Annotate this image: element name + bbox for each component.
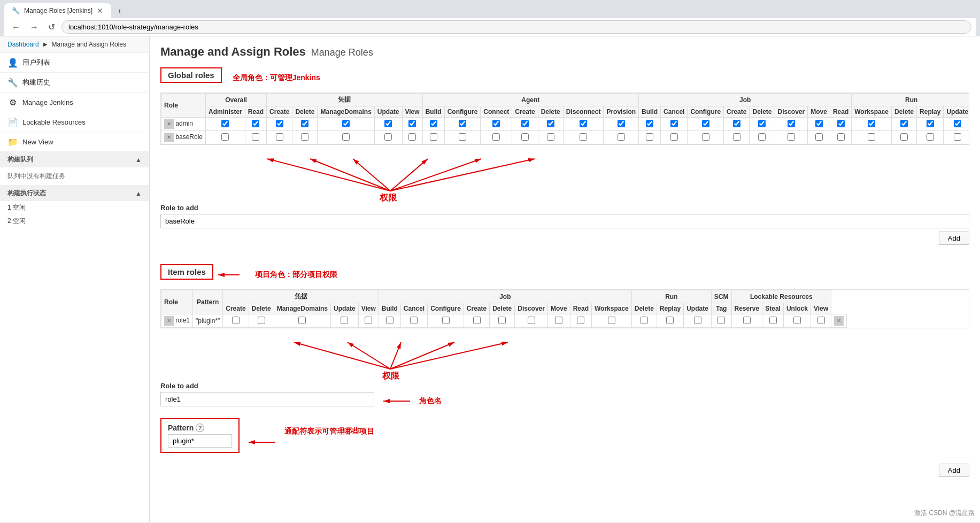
cb-admin-provision-agent[interactable] xyxy=(618,120,625,127)
remove-admin-icon[interactable]: ✕ xyxy=(164,119,174,129)
cb-role1-reserve[interactable] xyxy=(743,317,751,324)
cb-role1-create-cred[interactable] xyxy=(232,317,240,324)
pattern-help-icon[interactable]: ? xyxy=(196,424,204,432)
remove-role1-right-icon[interactable]: ✕ xyxy=(834,316,844,326)
refresh-button[interactable]: ↺ xyxy=(45,21,58,33)
cb-admin-connect-agent[interactable] xyxy=(492,120,500,127)
cb-role1-tag-scm[interactable] xyxy=(717,317,725,324)
cb-role1-unlock[interactable] xyxy=(793,317,801,324)
cb-admin-discover-job[interactable] xyxy=(788,120,795,127)
sidebar-item-lockable-resources[interactable]: 📄 Lockable Resources xyxy=(0,112,149,132)
cb-base-update-cred[interactable] xyxy=(384,133,392,141)
cb-base-replay-run[interactable] xyxy=(927,133,934,141)
cb-role1-cancel-job[interactable] xyxy=(410,317,418,324)
sidebar-item-user-list[interactable]: 👤 用户列表 xyxy=(0,53,149,73)
cb-admin-build-agent[interactable] xyxy=(430,120,437,127)
cb-base-create-job[interactable] xyxy=(733,133,740,141)
cb-admin-disconnect-agent[interactable] xyxy=(580,120,587,127)
cb-admin-create-agent[interactable] xyxy=(521,120,529,127)
cb-base-move-job[interactable] xyxy=(815,133,823,141)
item-role-to-add-input[interactable] xyxy=(160,392,374,406)
back-button[interactable]: ← xyxy=(9,21,24,33)
cb-base-configure-agent[interactable] xyxy=(459,133,466,141)
cb-admin-cancel-job[interactable] xyxy=(670,120,678,127)
cb-role1-discover-job[interactable] xyxy=(528,317,535,324)
remove-baserole-icon[interactable]: ✕ xyxy=(164,133,174,142)
build-execution-toggle[interactable]: ▲ xyxy=(135,190,142,197)
cb-base-delete-cred[interactable] xyxy=(301,133,308,141)
cb-admin-view-cred[interactable] xyxy=(408,120,416,127)
cb-admin-workspace-job[interactable] xyxy=(868,120,875,127)
cb-admin-build-job[interactable] xyxy=(646,120,653,127)
cb-admin-move-job[interactable] xyxy=(815,120,823,127)
cb-role1-view-lockable[interactable] xyxy=(817,317,825,324)
cb-base-view-cred[interactable] xyxy=(408,133,416,141)
cb-base-disconnect-agent[interactable] xyxy=(580,133,587,141)
cb-base-create-cred[interactable] xyxy=(276,133,283,141)
cb-role1-create-job[interactable] xyxy=(473,317,481,324)
cb-admin-configure-job[interactable] xyxy=(702,120,709,127)
sidebar-item-new-view[interactable]: 📁 New View xyxy=(0,132,149,152)
cb-role1-update-cred[interactable] xyxy=(341,317,348,324)
cb-role1-move-job[interactable] xyxy=(555,317,562,324)
cb-base-workspace-job[interactable] xyxy=(868,133,875,141)
address-bar[interactable] xyxy=(61,20,971,34)
cb-role1-managedomains[interactable] xyxy=(298,317,306,324)
cb-admin-update-run[interactable] xyxy=(954,120,961,127)
cb-role1-delete-run[interactable] xyxy=(641,317,648,324)
cb-role1-build-job[interactable] xyxy=(386,317,393,324)
cb-role1-update-run[interactable] xyxy=(694,317,701,324)
cb-role1-view-cred[interactable] xyxy=(365,317,372,324)
cb-role1-workspace-job[interactable] xyxy=(608,317,615,324)
cb-base-managedomains[interactable] xyxy=(342,133,350,141)
cb-admin-read-job[interactable] xyxy=(837,120,845,127)
sidebar-item-build-history[interactable]: 🔧 构建历史 xyxy=(0,73,149,93)
cb-base-create-agent[interactable] xyxy=(521,133,529,141)
global-role-to-add-input[interactable] xyxy=(160,214,969,228)
cb-base-read-job[interactable] xyxy=(837,133,845,141)
tab-close-button[interactable]: ✕ xyxy=(97,6,103,15)
cb-admin-replay-run[interactable] xyxy=(927,120,934,127)
cb-admin-delete-job[interactable] xyxy=(758,120,766,127)
cb-admin-create-cred[interactable] xyxy=(276,120,283,127)
breadcrumb-dashboard[interactable]: Dashboard xyxy=(7,41,39,48)
cb-admin-delete-run[interactable] xyxy=(900,120,908,127)
cb-admin-delete-agent[interactable] xyxy=(547,120,554,127)
cb-admin-create-job[interactable] xyxy=(733,120,740,127)
cb-admin-managedomains[interactable] xyxy=(342,120,350,127)
pattern-input[interactable] xyxy=(168,434,232,448)
browser-tab[interactable]: 🔧 Manage Roles [Jenkins] ✕ xyxy=(4,3,111,18)
cb-base-build-job[interactable] xyxy=(646,133,653,141)
cb-base-connect-agent[interactable] xyxy=(492,133,500,141)
cb-role1-replay-run[interactable] xyxy=(666,317,674,324)
cb-base-delete-agent[interactable] xyxy=(547,133,554,141)
cb-role1-read-job[interactable] xyxy=(577,317,584,324)
cb-base-cancel-job[interactable] xyxy=(670,133,678,141)
cb-admin-administer[interactable] xyxy=(221,120,229,127)
cb-base-provision-agent[interactable] xyxy=(618,133,625,141)
cb-role1-delete-job[interactable] xyxy=(498,317,506,324)
cb-base-configure-job[interactable] xyxy=(702,133,709,141)
global-add-button[interactable]: Add xyxy=(939,232,969,245)
cb-base-discover-job[interactable] xyxy=(788,133,795,141)
cb-role1-steal[interactable] xyxy=(769,317,777,324)
cb-base-delete-run[interactable] xyxy=(900,133,908,141)
item-th-delete-cred: Delete xyxy=(249,303,274,314)
sidebar-item-manage-jenkins[interactable]: ⚙ Manage Jenkins xyxy=(0,93,149,112)
item-add-button[interactable]: Add xyxy=(939,464,969,477)
cb-base-delete-job[interactable] xyxy=(758,133,766,141)
cb-base-read[interactable] xyxy=(252,133,259,141)
cb-admin-configure-agent[interactable] xyxy=(459,120,466,127)
cb-admin-read[interactable] xyxy=(252,120,259,127)
cb-base-update-run[interactable] xyxy=(954,133,961,141)
cb-base-administer[interactable] xyxy=(221,133,229,141)
cb-admin-update-cred[interactable] xyxy=(384,120,392,127)
cb-admin-delete-cred[interactable] xyxy=(301,120,308,127)
remove-role1-icon[interactable]: ✕ xyxy=(164,316,174,326)
build-queue-toggle[interactable]: ▲ xyxy=(135,156,142,164)
forward-button[interactable]: → xyxy=(27,21,42,33)
new-tab-button[interactable]: + xyxy=(112,4,127,18)
cb-role1-delete-cred[interactable] xyxy=(258,317,265,324)
cb-role1-configure-job[interactable] xyxy=(442,317,450,324)
cb-base-build-agent[interactable] xyxy=(430,133,437,141)
